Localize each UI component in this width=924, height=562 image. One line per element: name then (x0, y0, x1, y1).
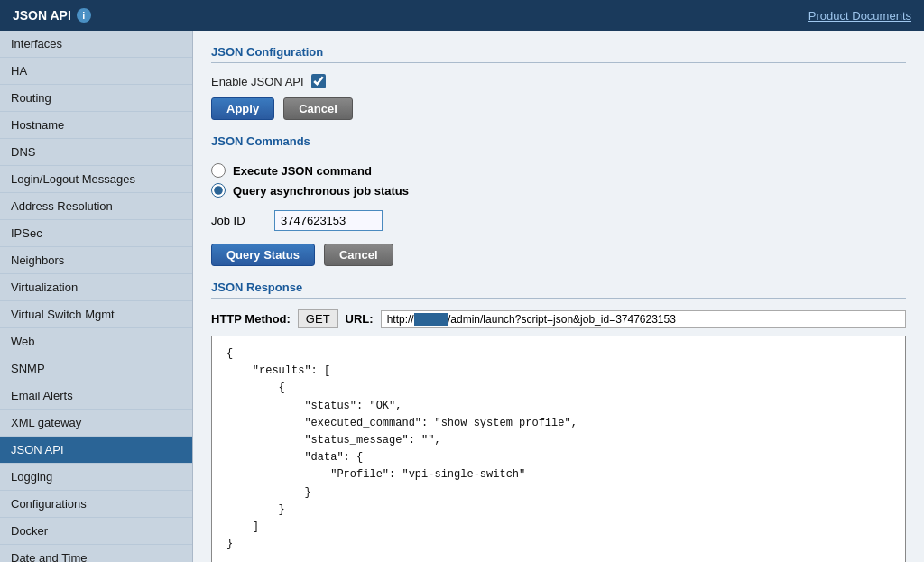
url-prefix: http:// (387, 313, 414, 326)
product-docs-link[interactable]: Product Documents (808, 9, 911, 23)
sidebar-item-configurations[interactable]: Configurations (0, 491, 192, 518)
sidebar-item-web[interactable]: Web (0, 328, 192, 355)
radio-execute-label[interactable]: Execute JSON command (233, 164, 372, 178)
app-title: JSON API i (13, 8, 91, 23)
query-btn-row: Query Status Cancel (211, 244, 906, 266)
http-method-label: HTTP Method: (211, 312, 291, 326)
radio-group: Execute JSON command Query asynchronous … (211, 163, 906, 198)
job-id-input[interactable] (274, 210, 383, 231)
enable-json-label: Enable JSON API (211, 75, 304, 88)
radio-query-label[interactable]: Query asynchronous job status (233, 184, 409, 198)
url-label: URL: (346, 312, 374, 326)
json-commands-title: JSON Commands (211, 134, 906, 152)
sidebar-item-routing[interactable]: Routing (0, 85, 192, 112)
url-suffix: /admin/launch?script=json&job_id=3747623… (448, 313, 676, 326)
job-id-label: Job ID (211, 214, 265, 227)
apply-button[interactable]: Apply (211, 97, 274, 120)
sidebar-item-logging[interactable]: Logging (0, 464, 192, 491)
main-content: JSON Configuration Enable JSON API Apply… (193, 31, 924, 562)
title-text: JSON API (13, 8, 71, 23)
config-btn-row: Apply Cancel (211, 97, 906, 120)
sidebar-item-virtual-switch-mgmt[interactable]: Virtual Switch Mgmt (0, 301, 192, 328)
sidebar: InterfacesHARoutingHostnameDNSLogin/Logo… (0, 31, 193, 562)
sidebar-item-ipsec[interactable]: IPSec (0, 220, 192, 247)
sidebar-item-snmp[interactable]: SNMP (0, 355, 192, 382)
sidebar-item-login-logout-messages[interactable]: Login/Logout Messages (0, 166, 192, 193)
sidebar-item-email-alerts[interactable]: Email Alerts (0, 382, 192, 410)
radio-execute-row: Execute JSON command (211, 163, 906, 178)
main-layout: InterfacesHARoutingHostnameDNSLogin/Logo… (0, 31, 924, 562)
cancel2-button[interactable]: Cancel (324, 244, 393, 266)
http-method-value: GET (298, 309, 338, 328)
sidebar-item-json-api[interactable]: JSON API (0, 437, 192, 464)
sidebar-item-hostname[interactable]: Hostname (0, 112, 192, 139)
sidebar-item-dns[interactable]: DNS (0, 139, 192, 166)
url-highlight (414, 313, 448, 326)
json-output: { "results": [ { "status": "OK", "execut… (211, 336, 906, 562)
json-response-title: JSON Response (211, 281, 906, 299)
enable-json-checkbox[interactable] (311, 74, 326, 88)
sidebar-item-ha[interactable]: HA (0, 58, 192, 85)
cancel-button[interactable]: Cancel (283, 97, 353, 120)
sidebar-item-address-resolution[interactable]: Address Resolution (0, 193, 192, 220)
sidebar-item-docker[interactable]: Docker (0, 518, 192, 545)
response-section: HTTP Method: GET URL: http:// /admin/lau… (211, 309, 906, 562)
enable-json-row: Enable JSON API (211, 74, 906, 88)
query-status-button[interactable]: Query Status (211, 244, 315, 266)
http-row: HTTP Method: GET URL: http:// /admin/lau… (211, 309, 906, 328)
url-value: http:// /admin/launch?script=json&job_id… (381, 310, 906, 328)
sidebar-item-virtualization[interactable]: Virtualization (0, 274, 192, 301)
sidebar-item-interfaces[interactable]: Interfaces (0, 31, 192, 58)
sidebar-item-xml-gateway[interactable]: XML gateway (0, 410, 192, 437)
job-id-row: Job ID (211, 210, 906, 231)
sidebar-item-date-and-time[interactable]: Date and Time (0, 545, 192, 562)
radio-execute[interactable] (211, 163, 226, 178)
radio-query-row: Query asynchronous job status (211, 183, 906, 198)
info-icon[interactable]: i (77, 8, 91, 23)
json-config-title: JSON Configuration (211, 45, 906, 63)
radio-query[interactable] (211, 183, 226, 198)
app-header: JSON API i Product Documents (0, 0, 924, 31)
sidebar-item-neighbors[interactable]: Neighbors (0, 247, 192, 274)
